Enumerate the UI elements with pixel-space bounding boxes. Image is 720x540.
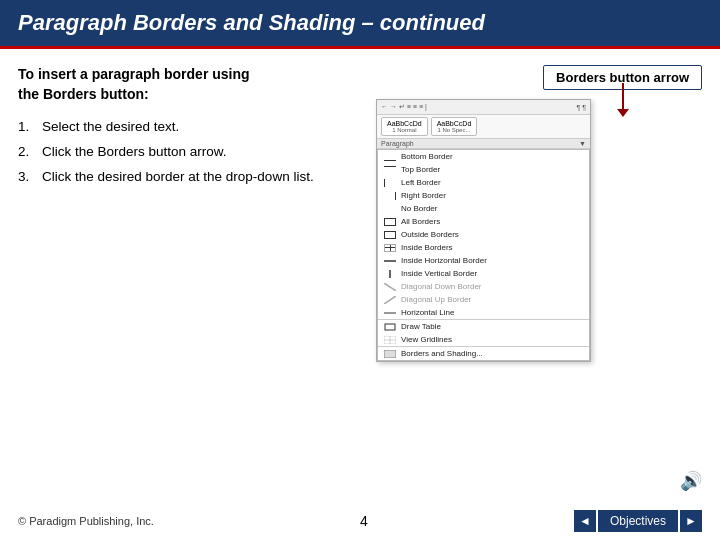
speaker-icon: 🔊 bbox=[680, 470, 702, 492]
step-number: 2. bbox=[18, 143, 36, 162]
left-border-icon bbox=[384, 179, 396, 187]
svg-rect-9 bbox=[384, 350, 396, 358]
dropdown-item-borders-shading[interactable]: Borders and Shading... bbox=[378, 346, 589, 360]
inside-v-border-icon bbox=[384, 270, 396, 278]
dropdown-item-left-border[interactable]: Left Border bbox=[378, 176, 589, 189]
dropdown-item-all-borders[interactable]: All Borders bbox=[378, 215, 589, 228]
slide-header: Paragraph Borders and Shading – continue… bbox=[0, 0, 720, 49]
slide-title: Paragraph Borders and Shading – continue… bbox=[18, 10, 702, 36]
dropdown-item-outside-borders[interactable]: Outside Borders bbox=[378, 228, 589, 241]
nav-buttons: ◄ Objectives ► bbox=[574, 510, 702, 532]
style-box-nospace: AaBbCcDd 1 No Spec... bbox=[431, 117, 478, 136]
inside-borders-icon bbox=[384, 244, 396, 252]
list-item: 1. Select the desired text. bbox=[18, 118, 358, 137]
dropdown-item-no-border[interactable]: No Border bbox=[378, 202, 589, 215]
dropdown-item-diag-up[interactable]: Diagonal Up Border bbox=[378, 293, 589, 306]
view-gridlines-icon bbox=[384, 336, 396, 344]
step-text: Click the desired border at the drop-dow… bbox=[42, 168, 314, 187]
svg-rect-5 bbox=[385, 324, 395, 330]
dropdown-item-view-gridlines[interactable]: View Gridlines bbox=[378, 333, 589, 346]
paragraph-label-bar: Paragraph ▼ bbox=[377, 139, 590, 149]
svg-line-3 bbox=[384, 296, 396, 304]
dropdown-item-inside-borders[interactable]: Inside Borders bbox=[378, 241, 589, 254]
dropdown-item-diag-down[interactable]: Diagonal Down Border bbox=[378, 280, 589, 293]
all-borders-icon bbox=[384, 218, 396, 226]
step-number: 3. bbox=[18, 168, 36, 187]
step-text: Select the desired text. bbox=[42, 118, 179, 137]
no-border-icon bbox=[384, 205, 396, 213]
dropdown-item-h-line[interactable]: Horizontal Line bbox=[378, 306, 589, 319]
left-panel: To insert a paragraph border using the B… bbox=[18, 65, 358, 502]
intro-text: To insert a paragraph border using the B… bbox=[18, 65, 358, 104]
dropdown-item-draw-table[interactable]: Draw Table bbox=[378, 319, 589, 333]
dropdown-item-right-border[interactable]: Right Border bbox=[378, 189, 589, 202]
dropdown-item-inside-h-border[interactable]: Inside Horizontal Border bbox=[378, 254, 589, 267]
borders-dropdown-menu: Bottom Border Top Border Left Border bbox=[377, 149, 590, 361]
objectives-button[interactable]: Objectives bbox=[598, 510, 678, 532]
inside-h-border-icon bbox=[384, 257, 396, 265]
steps-list: 1. Select the desired text. 2. Click the… bbox=[18, 118, 358, 187]
list-item: 2. Click the Borders button arrow. bbox=[18, 143, 358, 162]
dropdown-item-inside-v-border[interactable]: Inside Vertical Border bbox=[378, 267, 589, 280]
svg-line-2 bbox=[384, 283, 396, 291]
slide-content: To insert a paragraph border using the B… bbox=[0, 49, 720, 502]
top-border-icon bbox=[384, 166, 396, 174]
slide: Paragraph Borders and Shading – continue… bbox=[0, 0, 720, 540]
footer: © Paradigm Publishing, Inc. 4 ◄ Objectiv… bbox=[0, 502, 720, 540]
callout-arrow-line bbox=[622, 83, 624, 111]
word-ribbon: ← → ↵ ≡ ≡ ≡ | ¶ ¶ bbox=[377, 100, 590, 115]
right-panel: Borders button arrow ← → ↵ ≡ ≡ ≡ | ¶ ¶ A… bbox=[376, 65, 702, 502]
bottom-border-icon bbox=[384, 153, 396, 161]
step-text: Click the Borders button arrow. bbox=[42, 143, 227, 162]
nav-back-button[interactable]: ◄ bbox=[574, 510, 596, 532]
copyright-text: © Paradigm Publishing, Inc. bbox=[18, 515, 154, 527]
nav-forward-button[interactable]: ► bbox=[680, 510, 702, 532]
borders-shading-icon bbox=[384, 350, 396, 358]
outside-borders-icon bbox=[384, 231, 396, 239]
style-box-normal: AaBbCcDd 1 Normal bbox=[381, 117, 428, 136]
dropdown-item-top-border[interactable]: Top Border bbox=[378, 163, 589, 176]
draw-table-icon bbox=[384, 323, 396, 331]
right-border-icon bbox=[384, 192, 396, 200]
h-line-icon bbox=[384, 309, 396, 317]
style-previews: AaBbCcDd 1 Normal AaBbCcDd 1 No Spec... bbox=[377, 115, 590, 139]
list-item: 3. Click the desired border at the drop-… bbox=[18, 168, 358, 187]
diag-down-icon bbox=[384, 283, 396, 291]
word-ui-screenshot: ← → ↵ ≡ ≡ ≡ | ¶ ¶ AaBbCcDd 1 Normal AaBb… bbox=[376, 99, 591, 362]
dropdown-item-bottom-border[interactable]: Bottom Border bbox=[378, 150, 589, 163]
page-number: 4 bbox=[360, 513, 368, 529]
diag-up-icon bbox=[384, 296, 396, 304]
step-number: 1. bbox=[18, 118, 36, 137]
